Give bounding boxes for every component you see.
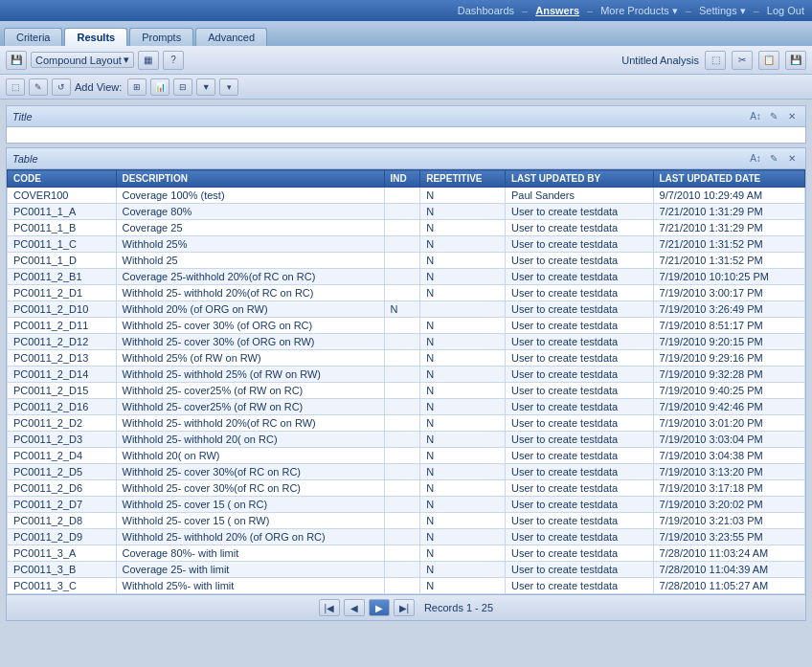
cell-ind bbox=[384, 318, 420, 334]
cell-ind bbox=[384, 269, 420, 285]
sub-btn3[interactable]: ↺ bbox=[52, 78, 71, 96]
save-btn[interactable]: 💾 bbox=[6, 51, 27, 70]
cell-last-updated-date: 7/19/2010 3:13:20 PM bbox=[653, 464, 804, 480]
next-page-btn[interactable]: ▶ bbox=[369, 599, 390, 616]
cell-last-updated-date: 7/19/2010 9:40:25 PM bbox=[653, 383, 804, 399]
nav-settings[interactable]: Settings ▾ bbox=[699, 5, 746, 17]
title-format-btn[interactable]: A↕ bbox=[748, 109, 763, 124]
add-more-btn[interactable]: ▾ bbox=[219, 78, 238, 96]
table-header-row: CODE DESCRIPTION IND REPETITIVE LAST UPD… bbox=[8, 170, 805, 188]
cell-code: PC0011_2_D1 bbox=[8, 285, 117, 301]
cell-last-updated-by: User to create testdata bbox=[505, 301, 653, 318]
nav-sep3: – bbox=[686, 5, 691, 16]
table-edit-btn[interactable]: ✎ bbox=[766, 151, 781, 167]
cell-description: Coverage 25-withhold 20%(of RC on RC) bbox=[116, 269, 384, 285]
nav-logout[interactable]: Log Out bbox=[767, 5, 804, 16]
nav-more-products[interactable]: More Products ▾ bbox=[600, 5, 678, 17]
cell-last-updated-by: User to create testdata bbox=[505, 334, 653, 350]
cell-ind bbox=[384, 545, 420, 562]
cell-description: Withhold 25- cover 30% (of ORG on RW) bbox=[116, 334, 384, 350]
tab-prompts[interactable]: Prompts bbox=[129, 28, 193, 46]
cell-code: PC0011_1_B bbox=[8, 220, 117, 236]
table-format-btn[interactable]: A↕ bbox=[748, 151, 763, 167]
add-chart-btn[interactable]: 📊 bbox=[150, 78, 169, 96]
cell-last-updated-date: 7/19/2010 3:21:03 PM bbox=[653, 513, 804, 529]
cell-ind bbox=[384, 448, 420, 464]
analysis-btn2[interactable]: ✂ bbox=[732, 51, 753, 70]
help-btn[interactable]: ? bbox=[163, 51, 184, 70]
table-section-actions: A↕ ✎ ✕ bbox=[748, 151, 800, 167]
cell-last-updated-date: 9/7/2010 10:29:49 AM bbox=[653, 188, 804, 204]
tab-results[interactable]: Results bbox=[64, 28, 127, 46]
cell-ind bbox=[384, 367, 420, 383]
prev-page-btn[interactable]: ◀ bbox=[344, 599, 365, 616]
table-row: PC0011_2_D13Withhold 25% (of RW on RW)NU… bbox=[8, 350, 805, 367]
cell-last-updated-by: User to create testdata bbox=[505, 464, 653, 480]
nav-answers[interactable]: Answers bbox=[535, 5, 579, 16]
cell-code: PC0011_2_D2 bbox=[8, 415, 117, 432]
col-header-last-updated-by[interactable]: LAST UPDATED BY bbox=[505, 170, 653, 188]
cell-repetitive: N bbox=[420, 350, 506, 367]
nav-dashboards[interactable]: Dashboards bbox=[458, 5, 514, 16]
table-row: PC0011_3_CWithhold 25%- with limitNUser … bbox=[8, 578, 805, 594]
analysis-btn3[interactable]: 📋 bbox=[758, 51, 779, 70]
cell-last-updated-date: 7/19/2010 3:23:55 PM bbox=[653, 529, 804, 545]
cell-last-updated-date: 7/19/2010 9:29:16 PM bbox=[653, 350, 804, 367]
table-row: PC0011_1_BCoverage 25NUser to create tes… bbox=[8, 220, 805, 236]
sub-btn2[interactable]: ✎ bbox=[29, 78, 48, 96]
last-page-btn[interactable]: ▶| bbox=[394, 599, 415, 616]
cell-code: PC0011_2_D14 bbox=[8, 367, 117, 383]
sub-toolbar: ⬚ ✎ ↺ Add View: ⊞ 📊 ⊟ ▼ ▾ bbox=[0, 75, 812, 100]
cell-repetitive: N bbox=[420, 220, 506, 236]
table-row: PC0011_2_B1Coverage 25-withhold 20%(of R… bbox=[8, 269, 805, 285]
analysis-btn1[interactable]: ⬚ bbox=[705, 51, 726, 70]
table-row: PC0011_1_DWithhold 25NUser to create tes… bbox=[8, 253, 805, 269]
cell-ind bbox=[384, 415, 420, 432]
cell-last-updated-date: 7/21/2010 1:31:52 PM bbox=[653, 253, 804, 269]
cell-repetitive: N bbox=[420, 464, 506, 480]
tab-criteria[interactable]: Criteria bbox=[4, 28, 62, 46]
cell-last-updated-date: 7/21/2010 1:31:52 PM bbox=[653, 236, 804, 253]
table-row: PC0011_2_D4Withhold 20( on RW)NUser to c… bbox=[8, 448, 805, 464]
col-header-last-updated-date[interactable]: LAST UPDATED DATE bbox=[653, 170, 804, 188]
cell-description: Withhold 25- cover25% (of RW on RC) bbox=[116, 383, 384, 399]
col-header-repetitive[interactable]: REPETITIVE bbox=[420, 170, 506, 188]
add-table-btn[interactable]: ⊞ bbox=[127, 78, 147, 96]
cell-code: PC0011_3_A bbox=[8, 545, 117, 562]
add-pivot-btn[interactable]: ⊟ bbox=[173, 78, 192, 96]
cell-last-updated-date: 7/19/2010 3:03:04 PM bbox=[653, 432, 804, 448]
layout-dropdown-icon: ▾ bbox=[124, 54, 129, 66]
cell-code: PC0011_2_D12 bbox=[8, 334, 117, 350]
add-filter-btn[interactable]: ▼ bbox=[196, 78, 215, 96]
analysis-btn4[interactable]: 💾 bbox=[785, 51, 806, 70]
cell-last-updated-by: User to create testdata bbox=[505, 497, 653, 513]
cell-ind bbox=[384, 432, 420, 448]
title-close-btn[interactable]: ✕ bbox=[784, 109, 800, 124]
table-close-btn[interactable]: ✕ bbox=[784, 151, 800, 167]
table-row: PC0011_2_D10Withhold 20% (of ORG on RW)N… bbox=[8, 301, 805, 318]
cell-code: PC0011_2_D9 bbox=[8, 529, 117, 545]
table-row: PC0011_2_D16Withhold 25- cover25% (of RW… bbox=[8, 399, 805, 415]
records-info: Records 1 - 25 bbox=[424, 602, 493, 613]
pagination: |◀ ◀ ▶ ▶| Records 1 - 25 bbox=[7, 594, 805, 620]
layout-select[interactable]: Compound Layout ▾ bbox=[31, 52, 134, 68]
cell-code: PC0011_2_D13 bbox=[8, 350, 117, 367]
grid-btn[interactable]: ▦ bbox=[138, 51, 159, 70]
tab-advanced[interactable]: Advanced bbox=[195, 28, 267, 46]
cell-ind bbox=[384, 253, 420, 269]
col-header-ind[interactable]: IND bbox=[384, 170, 420, 188]
title-edit-btn[interactable]: ✎ bbox=[766, 109, 781, 124]
cell-last-updated-date: 7/21/2010 1:31:29 PM bbox=[653, 204, 804, 220]
analysis-label: Untitled Analysis bbox=[621, 55, 699, 66]
sub-btn1[interactable]: ⬚ bbox=[6, 78, 25, 96]
col-header-description[interactable]: DESCRIPTION bbox=[116, 170, 384, 188]
first-page-btn[interactable]: |◀ bbox=[319, 599, 340, 616]
col-header-code[interactable]: CODE bbox=[8, 170, 117, 188]
table-row: PC0011_2_D15Withhold 25- cover25% (of RW… bbox=[8, 383, 805, 399]
cell-description: Withhold 25% (of RW on RW) bbox=[116, 350, 384, 367]
cell-description: Withhold 25- withhold 25% (of RW on RW) bbox=[116, 367, 384, 383]
cell-last-updated-by: User to create testdata bbox=[505, 220, 653, 236]
cell-last-updated-by: User to create testdata bbox=[505, 367, 653, 383]
cell-code: PC0011_2_D3 bbox=[8, 432, 117, 448]
cell-last-updated-by: User to create testdata bbox=[505, 253, 653, 269]
